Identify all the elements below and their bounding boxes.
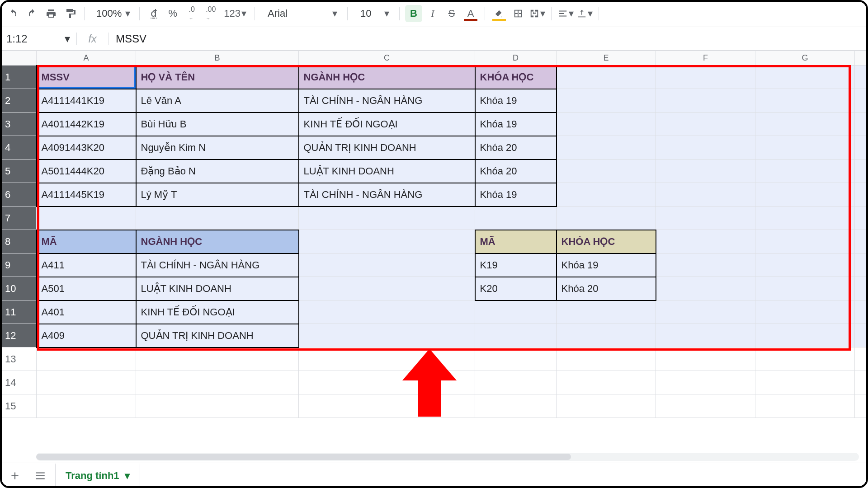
row-header[interactable]: 6 xyxy=(0,183,37,206)
bold-button[interactable]: B xyxy=(405,5,422,22)
cell[interactable]: MÃ xyxy=(37,230,136,253)
row-header[interactable]: 13 xyxy=(0,347,37,371)
undo-button[interactable] xyxy=(5,5,22,22)
row-header[interactable]: 3 xyxy=(0,113,37,136)
cell[interactable]: K20 xyxy=(475,277,557,300)
column-header-row: A B C D E F G xyxy=(0,51,868,66)
fx-icon: fx xyxy=(77,33,108,45)
spreadsheet-grid[interactable]: A B C D E F G 1 MSSV HỌ VÀ TÊN NGÀNH HỌC… xyxy=(0,51,868,463)
col-header[interactable]: B xyxy=(136,51,299,66)
cell[interactable]: A5011444K20 xyxy=(37,160,136,183)
cell[interactable]: Khóa 20 xyxy=(557,277,656,300)
number-format-dropdown[interactable]: 123▾ xyxy=(221,5,249,22)
formula-input[interactable]: MSSV xyxy=(108,33,868,45)
italic-button[interactable]: I xyxy=(424,5,441,22)
cell[interactable]: NGÀNH HỌC xyxy=(136,230,299,253)
cell[interactable]: TÀI CHÍNH - NGÂN HÀNG xyxy=(299,89,475,113)
cell[interactable]: KHÓA HỌC xyxy=(475,66,557,89)
strikethrough-button[interactable]: S xyxy=(443,5,460,22)
cell[interactable]: Khóa 19 xyxy=(475,113,557,136)
cell[interactable]: A4091443K20 xyxy=(37,136,136,160)
cell[interactable]: QUẢN TRỊ KINH DOANH xyxy=(136,324,299,347)
cell[interactable]: A501 xyxy=(37,277,136,300)
cell[interactable]: Đặng Bảo N xyxy=(136,160,299,183)
borders-button[interactable] xyxy=(509,5,527,22)
cell[interactable]: A4111445K19 xyxy=(37,183,136,206)
cell[interactable]: A4011442K19 xyxy=(37,113,136,136)
text-color-button[interactable]: A xyxy=(462,5,479,22)
toolbar: 100%▾ ₫ % .0← .00→ 123▾ Arial▾ 10▾ B I S… xyxy=(0,0,868,27)
col-header[interactable]: E xyxy=(557,51,656,66)
col-header[interactable]: C xyxy=(299,51,475,66)
currency-button[interactable]: ₫ xyxy=(145,5,162,22)
cell[interactable]: Khóa 19 xyxy=(475,183,557,206)
cell[interactable]: Khóa 19 xyxy=(557,253,656,277)
col-header[interactable]: G xyxy=(755,51,855,66)
cell[interactable]: KINH TẾ ĐỐI NGOẠI xyxy=(136,300,299,324)
horizontal-align-button[interactable]: ▾ xyxy=(557,5,574,22)
col-header[interactable]: A xyxy=(37,51,136,66)
cell[interactable]: A411 xyxy=(37,253,136,277)
zoom-dropdown[interactable]: 100%▾ xyxy=(90,5,134,22)
row-header[interactable]: 14 xyxy=(0,371,37,394)
row-header[interactable]: 1 xyxy=(0,66,37,89)
cell[interactable]: MSSV xyxy=(37,66,136,89)
col-header[interactable]: D xyxy=(475,51,557,66)
horizontal-scrollbar[interactable] xyxy=(36,453,859,461)
row-header[interactable]: 11 xyxy=(0,300,37,324)
cell[interactable]: Khóa 19 xyxy=(475,89,557,113)
cell[interactable]: MÃ xyxy=(475,230,557,253)
cell[interactable]: Khóa 20 xyxy=(475,160,557,183)
vertical-align-button[interactable]: ▾ xyxy=(576,5,593,22)
cell[interactable]: TÀI CHÍNH - NGÂN HÀNG xyxy=(136,253,299,277)
formula-bar-row: 1:12▾ fx MSSV xyxy=(0,27,868,51)
row-header[interactable]: 7 xyxy=(0,206,37,230)
cell[interactable]: Khóa 20 xyxy=(475,136,557,160)
cell[interactable]: LUẬT KINH DOANH xyxy=(136,277,299,300)
caret-down-icon: ▾ xyxy=(125,8,130,19)
caret-down-icon: ▾ xyxy=(65,33,70,45)
print-button[interactable] xyxy=(42,5,60,22)
cell[interactable] xyxy=(557,66,656,89)
redo-button[interactable] xyxy=(24,5,41,22)
cell[interactable]: KINH TẾ ĐỐI NGOẠI xyxy=(299,113,475,136)
merge-cells-button[interactable]: ▾ xyxy=(528,5,546,22)
row-header[interactable]: 2 xyxy=(0,89,37,113)
cell[interactable]: A4111441K19 xyxy=(37,89,136,113)
caret-down-icon: ▾ xyxy=(125,470,130,482)
row-header[interactable]: 15 xyxy=(0,394,37,418)
percent-button[interactable]: % xyxy=(164,5,181,22)
row-header[interactable]: 10 xyxy=(0,277,37,300)
cell[interactable]: LUẬT KINH DOANH xyxy=(299,160,475,183)
paint-format-button[interactable] xyxy=(61,5,79,22)
add-sheet-button[interactable] xyxy=(5,465,25,486)
cell[interactable]: A409 xyxy=(37,324,136,347)
cell[interactable]: Bùi Hữu B xyxy=(136,113,299,136)
cell[interactable]: HỌ VÀ TÊN xyxy=(136,66,299,89)
cell[interactable]: Nguyễn Kim N xyxy=(136,136,299,160)
cell[interactable]: QUẢN TRỊ KINH DOANH xyxy=(299,136,475,160)
row-header[interactable]: 8 xyxy=(0,230,37,253)
decrease-decimal-button[interactable]: .0← xyxy=(183,5,200,22)
cell[interactable]: TÀI CHÍNH - NGÂN HÀNG xyxy=(299,183,475,206)
name-box[interactable]: 1:12▾ xyxy=(0,33,77,45)
cell[interactable]: KHÓA HỌC xyxy=(557,230,656,253)
col-header[interactable]: F xyxy=(656,51,755,66)
cell[interactable]: A401 xyxy=(37,300,136,324)
select-all-corner[interactable] xyxy=(0,51,37,66)
fill-color-button[interactable] xyxy=(491,5,508,22)
cell[interactable]: K19 xyxy=(475,253,557,277)
cell[interactable]: Lê Văn A xyxy=(136,89,299,113)
all-sheets-button[interactable] xyxy=(30,465,51,486)
cell[interactable]: NGÀNH HỌC xyxy=(299,66,475,89)
row-header[interactable]: 5 xyxy=(0,160,37,183)
font-dropdown[interactable]: Arial▾ xyxy=(260,5,342,22)
increase-decimal-button[interactable]: .00→ xyxy=(202,5,219,22)
row-header[interactable]: 12 xyxy=(0,324,37,347)
col-header[interactable] xyxy=(855,51,868,66)
cell[interactable]: Lý Mỹ T xyxy=(136,183,299,206)
row-header[interactable]: 9 xyxy=(0,253,37,277)
font-size-dropdown[interactable]: 10▾ xyxy=(353,5,394,22)
row-header[interactable]: 4 xyxy=(0,136,37,160)
sheet-tab[interactable]: Trang tính1▾ xyxy=(55,463,140,488)
